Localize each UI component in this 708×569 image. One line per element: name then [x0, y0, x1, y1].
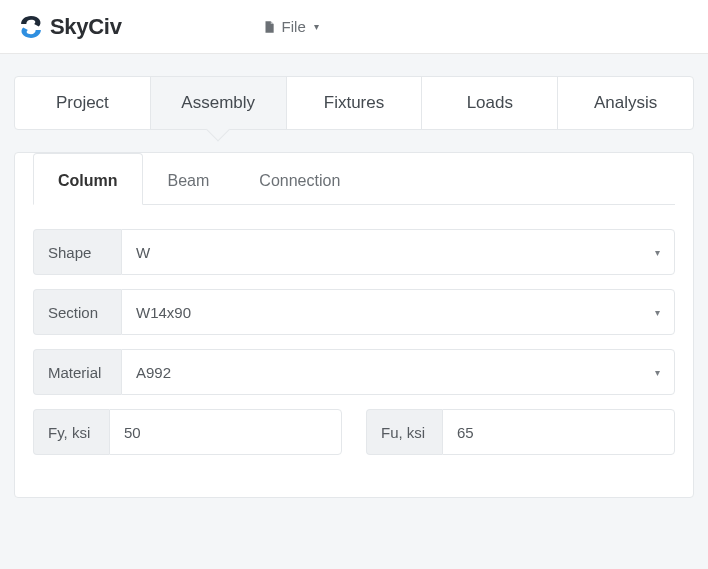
shape-select[interactable]: W ▾ [121, 229, 675, 275]
tab-label: Analysis [594, 93, 657, 112]
tab-label: Project [56, 93, 109, 112]
material-group: Material A992 ▾ [33, 349, 675, 395]
fy-group: Fy, ksi [33, 409, 342, 455]
brand-name: SkyCiv [50, 14, 122, 40]
sub-tabs: Column Beam Connection [33, 153, 675, 205]
material-label: Material [33, 349, 121, 395]
fu-label: Fu, ksi [366, 409, 442, 455]
section-select[interactable]: W14x90 ▾ [121, 289, 675, 335]
app-logo: SkyCiv [18, 14, 122, 40]
shape-value: W [136, 244, 655, 261]
subtab-label: Connection [259, 172, 340, 189]
fu-group: Fu, ksi [366, 409, 675, 455]
material-value: A992 [136, 364, 655, 381]
subtab-label: Column [58, 172, 118, 189]
fy-label: Fy, ksi [33, 409, 109, 455]
chevron-down-icon: ▾ [655, 247, 660, 258]
chevron-down-icon: ▾ [314, 21, 319, 32]
material-select[interactable]: A992 ▾ [121, 349, 675, 395]
fy-input-wrap [109, 409, 342, 455]
tab-label: Fixtures [324, 93, 384, 112]
file-menu-label: File [282, 18, 306, 35]
main-tabs: Project Assembly Fixtures Loads Analysis [14, 76, 694, 130]
tab-loads[interactable]: Loads [422, 77, 558, 129]
logo-icon [18, 14, 44, 40]
tab-fixtures[interactable]: Fixtures [287, 77, 423, 129]
page-body: Project Assembly Fixtures Loads Analysis… [0, 54, 708, 512]
subtab-beam[interactable]: Beam [143, 153, 235, 205]
fu-input[interactable] [457, 424, 660, 441]
subtab-column[interactable]: Column [33, 153, 143, 205]
app-header: SkyCiv File ▾ [0, 0, 708, 54]
tab-assembly[interactable]: Assembly [151, 77, 287, 129]
subtab-label: Beam [168, 172, 210, 189]
fu-input-wrap [442, 409, 675, 455]
shape-group: Shape W ▾ [33, 229, 675, 275]
chevron-down-icon: ▾ [655, 307, 660, 318]
subtab-connection[interactable]: Connection [234, 153, 365, 205]
file-menu[interactable]: File ▾ [262, 18, 319, 35]
section-label: Section [33, 289, 121, 335]
chevron-down-icon: ▾ [655, 367, 660, 378]
section-value: W14x90 [136, 304, 655, 321]
tab-analysis[interactable]: Analysis [558, 77, 693, 129]
tab-label: Assembly [181, 93, 255, 112]
assembly-panel: Column Beam Connection Shape W ▾ Section [14, 152, 694, 498]
shape-label: Shape [33, 229, 121, 275]
section-group: Section W14x90 ▾ [33, 289, 675, 335]
file-icon [262, 19, 276, 35]
tab-label: Loads [467, 93, 513, 112]
fy-input[interactable] [124, 424, 327, 441]
tab-project[interactable]: Project [15, 77, 151, 129]
